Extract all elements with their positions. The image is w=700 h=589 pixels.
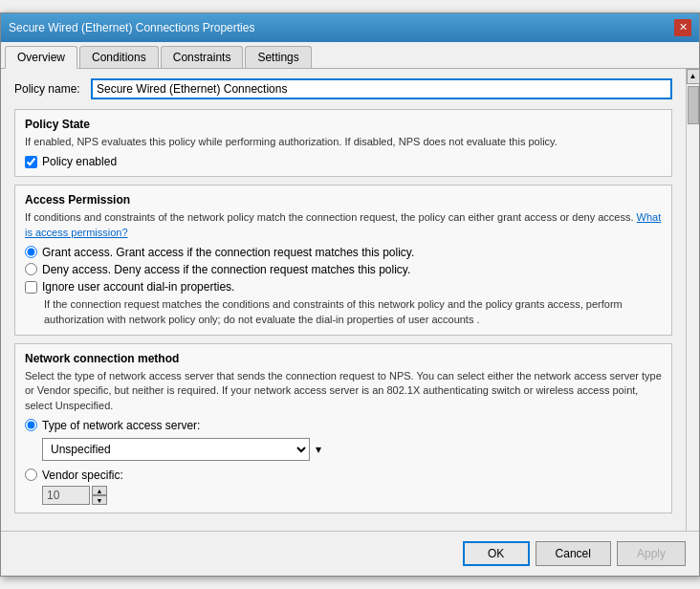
network-connection-title: Network connection method (25, 352, 662, 365)
deny-access-label: Deny access. Deny access if the connecti… (42, 263, 410, 276)
ok-button[interactable]: OK (463, 541, 530, 566)
network-connection-section: Network connection method Select the typ… (14, 343, 672, 513)
access-permission-title: Access Permission (25, 193, 662, 207)
policy-name-row: Policy name: (14, 78, 672, 99)
apply-button[interactable]: Apply (617, 541, 686, 566)
grant-radio[interactable] (25, 246, 37, 258)
policy-state-section: Policy State If enabled, NPS evaluates t… (14, 109, 672, 177)
policy-state-desc: If enabled, NPS evaluates this policy wh… (25, 135, 662, 149)
spinner-buttons: ▲ ▼ (92, 486, 107, 505)
cancel-button[interactable]: Cancel (536, 541, 611, 566)
main-content: Policy name: Policy State If enabled, NP… (1, 69, 686, 531)
scroll-up-arrow[interactable]: ▲ (687, 69, 700, 84)
main-area: Policy name: Policy State If enabled, NP… (1, 69, 699, 531)
type-dropdown[interactable]: Unspecified (42, 438, 310, 461)
ignore-dialin-label: Ignore user account dial-in properties. (42, 280, 234, 294)
policy-name-input[interactable] (91, 78, 672, 99)
vendor-spinner-input[interactable] (42, 486, 90, 505)
ignore-dialin-row: Ignore user account dial-in properties. (25, 280, 662, 294)
vendor-specific-row: Vendor specific: (25, 469, 662, 482)
spinner-up-button[interactable]: ▲ (92, 486, 107, 495)
window-title: Secure Wired (Ethernet) Connections Prop… (9, 21, 254, 34)
tab-bar: Overview Conditions Constraints Settings (1, 42, 699, 69)
scrollbar: ▲ (686, 69, 699, 531)
tab-settings[interactable]: Settings (245, 46, 311, 68)
policy-state-title: Policy State (25, 118, 662, 131)
network-connection-desc: Select the type of network access server… (25, 369, 662, 413)
policy-enabled-label: Policy enabled (42, 155, 117, 168)
title-bar: Secure Wired (Ethernet) Connections Prop… (1, 13, 699, 42)
grant-access-label: Grant access. Grant access if the connec… (42, 246, 414, 259)
policy-enabled-checkbox[interactable] (25, 156, 37, 168)
access-permission-desc: If conditions and constraints of the net… (25, 210, 662, 240)
policy-enabled-row: Policy enabled (25, 155, 662, 168)
ignore-dialin-checkbox[interactable] (25, 281, 37, 294)
dropdown-row: Unspecified ▾ (42, 438, 662, 461)
vendor-radio[interactable] (25, 469, 37, 481)
grant-access-row: Grant access. Grant access if the connec… (25, 246, 662, 259)
access-permission-section: Access Permission If conditions and cons… (14, 185, 672, 336)
policy-name-label: Policy name: (14, 82, 91, 96)
close-button[interactable]: ✕ (674, 19, 691, 36)
tab-overview[interactable]: Overview (5, 46, 77, 69)
deny-radio[interactable] (25, 263, 37, 275)
scroll-thumb[interactable] (688, 86, 699, 124)
spinner-row: ▲ ▼ (42, 486, 662, 505)
content-area: Policy name: Policy State If enabled, NP… (1, 69, 686, 531)
type-server-radio[interactable] (25, 419, 37, 431)
deny-access-row: Deny access. Deny access if the connecti… (25, 263, 662, 276)
ignore-dialin-desc: If the connection request matches the co… (44, 297, 662, 327)
dropdown-arrow-icon: ▾ (316, 443, 321, 456)
type-server-row: Type of network access server: (25, 419, 662, 432)
tab-constraints[interactable]: Constraints (161, 46, 244, 68)
footer-buttons: OK Cancel Apply (1, 531, 699, 576)
type-server-label: Type of network access server: (42, 419, 200, 432)
spinner-down-button[interactable]: ▼ (92, 495, 107, 505)
main-window: Secure Wired (Ethernet) Connections Prop… (0, 12, 700, 577)
tab-conditions[interactable]: Conditions (79, 46, 159, 68)
vendor-label: Vendor specific: (42, 469, 123, 482)
